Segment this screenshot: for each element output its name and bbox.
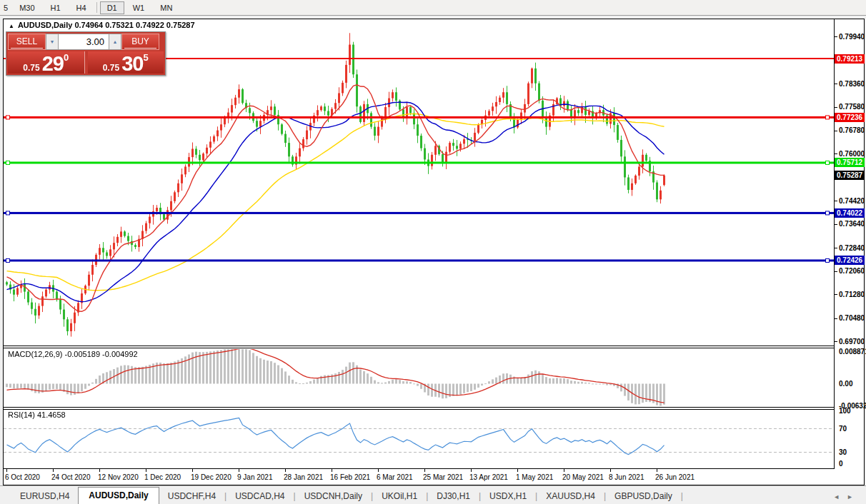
- rsi-label: RSI(14) 41.4658: [8, 410, 66, 419]
- date-tick: [378, 469, 379, 472]
- price-tick-dash: [835, 271, 837, 272]
- date-tick: [471, 469, 472, 472]
- current-price-badge: 0.75287: [835, 171, 865, 180]
- chart-canvas[interactable]: [4, 19, 835, 469]
- chart-tab-dj30-h1[interactable]: DJ30,H1: [428, 488, 479, 504]
- date-label: 9 Jan 2021: [237, 473, 273, 481]
- tabs-scroll-right-icon[interactable]: ►: [847, 493, 860, 500]
- sell-price-sup: 0: [64, 52, 69, 63]
- chart-tab-usdcnh-daily[interactable]: USDCNH,Daily: [296, 488, 371, 504]
- price-tick-dash: [835, 36, 837, 37]
- collapse-triangle-icon[interactable]: ▲: [9, 23, 14, 29]
- volume-down-button[interactable]: ▼: [46, 34, 59, 50]
- timeframe-button-mn[interactable]: MN: [153, 1, 179, 14]
- date-tick: [6, 469, 7, 472]
- date-tick: [564, 469, 564, 472]
- date-tick: [610, 469, 611, 472]
- price-tick-dash: [835, 153, 837, 154]
- sell-price-small: 0.75: [23, 63, 39, 73]
- chart-tab-xauusd-h4[interactable]: XAUUSD,H4: [537, 488, 604, 504]
- price-tick-dash: [835, 201, 837, 201]
- price-tick-dash: [835, 107, 837, 108]
- chart-title: ▲AUDUSD,Daily 0.74964 0.75321 0.74922 0.…: [9, 21, 195, 29]
- price-level-badge: 0.77236: [835, 113, 865, 122]
- buy-price-small: 0.75: [103, 63, 119, 73]
- price-tick-label: 0.76780: [839, 126, 865, 134]
- price-tick-label: 0.74420: [839, 197, 865, 205]
- date-tick: [657, 469, 657, 472]
- timeframe-toolbar: 5M30H1H4D1W1MN: [0, 0, 866, 16]
- price-level-badge: 0.74022: [835, 208, 865, 218]
- price-tick-dash: [835, 84, 837, 84]
- chart-tab-audusd-daily[interactable]: AUDUSD,Daily: [78, 487, 159, 504]
- chart-tab-eurusd-h4[interactable]: EURUSD,H4: [11, 488, 78, 504]
- date-tick: [517, 469, 518, 472]
- date-label: 8 Jun 2021: [609, 473, 644, 481]
- tab-separator: |: [681, 491, 683, 504]
- chart-window: ▲AUDUSD,Daily 0.74964 0.75321 0.74922 0.…: [3, 19, 865, 485]
- tabs-scroll-left-icon[interactable]: ◄: [833, 493, 847, 500]
- price-tick-dash: [835, 248, 837, 248]
- rsi-axis-label: 30: [839, 448, 847, 456]
- date-label: 12 Nov 2020: [98, 473, 139, 481]
- timeframe-button-h1[interactable]: H1: [44, 1, 68, 14]
- chart-tab-ukoil-h1[interactable]: UKOil,H1: [373, 488, 426, 504]
- date-label: 1 May 2021: [516, 473, 553, 481]
- price-level-badge: 0.72426: [835, 256, 865, 265]
- volume-input[interactable]: [59, 34, 109, 50]
- date-label: 6 Oct 2020: [5, 473, 40, 481]
- date-tick: [99, 469, 100, 472]
- timeframe-button-w1[interactable]: W1: [126, 1, 152, 14]
- date-label: 1 Dec 2020: [144, 473, 181, 481]
- price-tick-dash: [835, 341, 837, 342]
- chart-tab-usdcad-h4[interactable]: USDCAD,H4: [227, 488, 293, 504]
- date-label: 25 Mar 2021: [423, 473, 463, 481]
- sell-price-display[interactable]: 0.75 29 0: [8, 51, 84, 74]
- date-axis[interactable]: 6 Oct 202024 Oct 202012 Nov 20201 Dec 20…: [4, 469, 862, 484]
- rsi-axis-label: 100: [839, 407, 851, 415]
- timeframe-button-d1[interactable]: D1: [100, 1, 124, 14]
- chart-tab-usdchf-h4[interactable]: USDCHF,H4: [159, 488, 224, 504]
- price-axis[interactable]: 0.799400.783600.775800.767800.760000.744…: [835, 19, 862, 469]
- date-label: 6 Mar 2021: [377, 473, 413, 481]
- date-label: 16 Feb 2021: [330, 473, 370, 481]
- date-tick: [285, 469, 286, 472]
- date-label: 26 Jun 2021: [655, 473, 695, 481]
- buy-price-display[interactable]: 0.75 30 5: [88, 51, 164, 74]
- timeframe-button-m30[interactable]: M30: [12, 1, 41, 14]
- price-tick-label: 0.76000: [839, 150, 865, 158]
- price-tick-label: 0.72840: [839, 244, 865, 252]
- date-label: 20 May 2021: [562, 473, 604, 481]
- one-click-trade-panel: SELL ▼ ▲ BUY 0.75 29 0 0.75 30 5: [6, 31, 166, 76]
- volume-up-button[interactable]: ▲: [109, 34, 121, 50]
- price-tick-dash: [835, 294, 837, 295]
- price-tick-label: 0.77580: [839, 103, 865, 111]
- macd-axis-label: 0.00: [839, 380, 852, 388]
- date-label: 24 Oct 2020: [51, 473, 90, 481]
- price-tick-label: 0.71280: [839, 291, 865, 298]
- date-tick: [53, 469, 54, 472]
- date-tick: [146, 469, 146, 472]
- price-tick-dash: [835, 131, 837, 131]
- chart-tab-bar: EURUSD,H4AUDUSD,DailyUSDCHF,H4|USDCAD,H4…: [0, 485, 866, 504]
- date-tick: [192, 469, 193, 472]
- price-tick-label: 0.79940: [839, 33, 865, 41]
- trading-terminal: 5M30H1H4D1W1MN ▲AUDUSD,Daily 0.74964 0.7…: [0, 0, 866, 504]
- price-tick-dash: [835, 224, 837, 225]
- date-label: 28 Jan 2021: [284, 473, 323, 481]
- timeframe-button-h4[interactable]: H4: [69, 1, 94, 14]
- chart-tab-usdx-h1[interactable]: USDX,H1: [481, 488, 535, 504]
- sell-button[interactable]: SELL: [8, 34, 46, 50]
- timeframe-button-5[interactable]: 5: [1, 1, 11, 14]
- toolbar-separator: [96, 2, 97, 13]
- buy-button[interactable]: BUY: [121, 34, 159, 50]
- date-tick: [424, 469, 425, 472]
- price-level-badge: 0.75712: [835, 158, 865, 167]
- price-level-badge: 0.79213: [835, 54, 865, 64]
- macd-label: MACD(12,26,9) -0.005189 -0.004992: [8, 350, 138, 358]
- chart-tab-gbpusd-daily[interactable]: GBPUSD,Daily: [606, 488, 681, 504]
- rsi-axis-label: 70: [839, 425, 847, 433]
- buy-price-sup: 5: [143, 52, 148, 63]
- price-tick-label: 0.70480: [839, 314, 865, 322]
- price-tick-dash: [835, 318, 837, 319]
